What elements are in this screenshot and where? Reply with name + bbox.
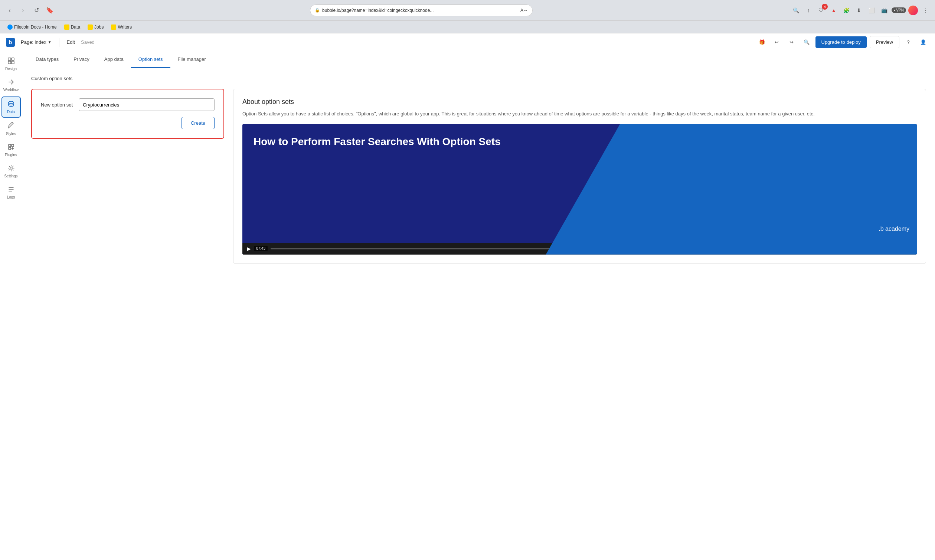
sidebar-item-design[interactable]: Design	[2, 54, 21, 74]
tabs-bar: Data types Privacy App data Option sets …	[22, 51, 935, 68]
favicon-data	[64, 25, 69, 30]
svg-rect-3	[11, 61, 14, 64]
about-title: About option sets	[242, 98, 917, 106]
download-btn[interactable]: ⬇	[854, 5, 864, 15]
svg-rect-5	[9, 145, 11, 146]
plugins-icon	[8, 143, 15, 152]
svg-rect-6	[11, 145, 14, 146]
content-area: Data types Privacy App data Option sets …	[22, 51, 935, 560]
redo-icon[interactable]: ↪	[786, 36, 798, 48]
left-column: New option set Create	[31, 89, 224, 148]
bookmark-jobs-label: Jobs	[94, 25, 103, 30]
gift-icon[interactable]: 🎁	[756, 36, 768, 48]
right-column: About option sets Option Sets allow you …	[233, 89, 926, 264]
ext-badge: 4	[822, 4, 828, 10]
address-bar[interactable]: 🔒 bubble.io/page?name=index&id=coingecko…	[310, 5, 533, 16]
search-browser-btn[interactable]: 🔍	[790, 5, 801, 15]
sidebar-item-logs-label: Logs	[7, 195, 15, 199]
upgrade-button[interactable]: Upgrade to deploy	[815, 36, 867, 48]
back-button[interactable]: ‹	[5, 5, 15, 15]
menu-btn[interactable]: ⋮	[920, 5, 930, 15]
sidebar-item-design-label: Design	[5, 67, 17, 71]
workflow-icon	[8, 78, 15, 87]
extensions-btn[interactable]: 🧩	[841, 5, 852, 15]
window-btn[interactable]: ⬜	[866, 5, 877, 15]
bookmark-data[interactable]: Data	[61, 23, 83, 31]
option-set-row: New option set	[41, 98, 215, 111]
cast-btn[interactable]: 📺	[879, 5, 889, 15]
alert-icon[interactable]: ▲	[829, 5, 839, 15]
about-description: Option Sets allow you to have a static l…	[242, 110, 917, 118]
video-timestamp: 07:43	[254, 246, 268, 251]
help-icon[interactable]: ?	[902, 36, 914, 48]
browser-actions: 🔍 ↑ 🛡 4 ▲ 🧩 ⬇ ⬜ 📺 • VPN ⋮	[790, 5, 930, 15]
logs-icon	[8, 186, 15, 194]
app-logo: b	[6, 38, 15, 47]
video-text: How to Perform Faster Searches With Opti…	[254, 135, 861, 148]
about-panel: About option sets Option Sets allow you …	[233, 89, 926, 264]
section-title: Custom option sets	[31, 76, 926, 81]
search-icon[interactable]: 🔍	[801, 36, 812, 48]
page-selector[interactable]: Page: index ▼	[18, 38, 55, 46]
translate-icon: A↔	[520, 8, 528, 13]
content-inner: Custom option sets New option set Create	[22, 68, 935, 271]
new-option-set-input[interactable]	[79, 98, 215, 111]
sidebar-item-data-label: Data	[7, 110, 15, 114]
tab-privacy[interactable]: Privacy	[66, 51, 97, 68]
sidebar-item-styles[interactable]: Styles	[2, 119, 21, 139]
sidebar-item-plugins[interactable]: Plugins	[2, 140, 21, 160]
saved-status: Saved	[81, 39, 95, 45]
video-branding: .b academy	[878, 226, 909, 232]
favicon-writers	[111, 25, 116, 30]
svg-rect-1	[11, 58, 14, 60]
svg-rect-2	[8, 61, 11, 64]
forward-button[interactable]: ›	[18, 5, 28, 15]
url-text: bubble.io/page?name=index&id=coingeckoxq…	[322, 8, 518, 13]
lock-icon: 🔒	[315, 8, 320, 12]
bookmark-jobs[interactable]: Jobs	[85, 23, 106, 31]
favicon-jobs	[88, 25, 93, 30]
svg-point-8	[10, 167, 12, 169]
sidebar-item-data[interactable]: Data	[2, 97, 21, 118]
bookmark-button[interactable]: 🔖	[45, 5, 55, 15]
sidebar-item-styles-label: Styles	[6, 132, 16, 136]
tab-app-data[interactable]: App data	[97, 51, 131, 68]
bookmark-writers-label: Writers	[118, 25, 132, 30]
share-btn[interactable]: ↑	[803, 5, 814, 15]
preview-button[interactable]: Preview	[870, 36, 900, 48]
sidebar-item-settings-label: Settings	[4, 174, 17, 178]
main-layout: Design Workflow Data	[0, 51, 935, 560]
app-bar: b Page: index ▼ Edit Saved 🎁 ↩ ↪ 🔍 Upgra…	[0, 34, 935, 51]
svg-point-4	[9, 101, 14, 103]
create-btn-row: Create	[41, 117, 215, 129]
sidebar-item-settings[interactable]: Settings	[2, 162, 21, 181]
settings-icon	[8, 165, 15, 173]
favicon-filecoin	[8, 25, 12, 30]
tab-file-manager[interactable]: File manager	[171, 51, 214, 68]
undo-icon[interactable]: ↩	[771, 36, 783, 48]
divider-1	[59, 38, 59, 47]
video-title: How to Perform Faster Searches With Opti…	[254, 135, 861, 148]
video-container: How to Perform Faster Searches With Opti…	[242, 124, 917, 255]
chevron-down-icon: ▼	[48, 40, 52, 44]
profile-avatar[interactable]	[908, 6, 918, 15]
tab-data-types[interactable]: Data types	[28, 51, 66, 68]
extension-container: 🛡 4	[816, 5, 826, 15]
bookmark-data-label: Data	[71, 25, 80, 30]
bookmarks-bar: Filecoin Docs - Home Data Jobs Writers	[0, 21, 935, 34]
bookmark-filecoin[interactable]: Filecoin Docs - Home	[5, 23, 60, 31]
create-button[interactable]: Create	[181, 117, 215, 129]
styles-icon	[8, 122, 15, 131]
account-icon[interactable]: 👤	[917, 36, 929, 48]
data-icon	[8, 100, 15, 109]
sidebar-item-logs[interactable]: Logs	[2, 183, 21, 202]
svg-rect-7	[9, 147, 11, 149]
play-button[interactable]: ▶	[247, 246, 251, 252]
option-set-form: New option set Create	[31, 89, 224, 139]
tab-option-sets[interactable]: Option sets	[131, 51, 171, 68]
sidebar-item-workflow[interactable]: Workflow	[2, 75, 21, 95]
vpn-badge[interactable]: • VPN	[892, 8, 906, 13]
edit-button[interactable]: Edit	[64, 38, 78, 46]
refresh-button[interactable]: ↺	[31, 5, 42, 15]
bookmark-writers[interactable]: Writers	[108, 23, 135, 31]
